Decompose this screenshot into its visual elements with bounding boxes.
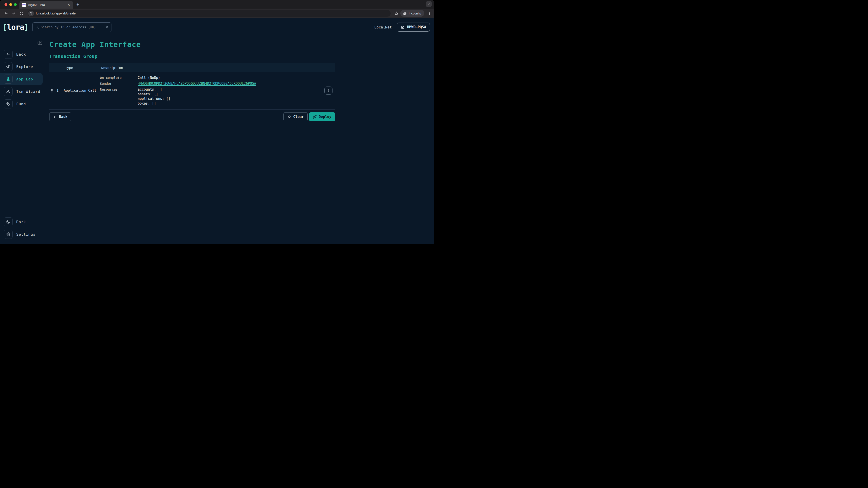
eraser-icon xyxy=(287,115,291,119)
drag-handle[interactable] xyxy=(51,89,53,93)
search-box[interactable] xyxy=(32,22,112,32)
app-header: [lora] LocalNet HMWD…PQSA xyxy=(0,18,434,36)
fullscreen-window-button[interactable] xyxy=(14,3,17,6)
sidebar-item-txn-wizard[interactable]: Txn Wizard xyxy=(0,87,45,96)
sidebar-item-back[interactable]: Back xyxy=(0,50,45,59)
browser-window: [ak] AlgoKit - lora ✕ + lora.algokit.io/… xyxy=(0,0,434,244)
sidebar: Back Explore App Lab Txn Wizard xyxy=(0,36,45,244)
tab-strip: [ak] AlgoKit - lora ✕ + xyxy=(0,0,434,8)
browser-tab[interactable]: [ak] AlgoKit - lora ✕ xyxy=(20,1,73,8)
transaction-group-table: Type Description 1 Application Call On xyxy=(49,63,335,109)
tab-close-icon[interactable]: ✕ xyxy=(66,2,71,7)
back-button[interactable]: Back xyxy=(49,112,71,121)
row-menu-button[interactable] xyxy=(324,87,333,95)
field-value-resources: accounts: [] assets: [] applications: []… xyxy=(138,87,322,106)
sidebar-item-app-lab[interactable]: App Lab xyxy=(0,73,43,85)
lora-logo[interactable]: [lora] xyxy=(3,23,28,32)
flask-icon xyxy=(6,77,10,81)
incognito-label: Incognito xyxy=(409,12,421,15)
arrow-left-icon xyxy=(53,115,57,119)
app-body: Back Explore App Lab Txn Wizard xyxy=(0,36,434,244)
bookmark-button[interactable] xyxy=(394,11,399,15)
incognito-icon xyxy=(403,11,407,15)
kebab-menu-icon xyxy=(327,89,330,92)
browser-menu-button[interactable] xyxy=(428,11,431,15)
clear-button[interactable]: Clear xyxy=(283,112,308,121)
gear-icon xyxy=(6,232,10,236)
browser-toolbar: lora.algokit.io/app-lab/create Incognito xyxy=(0,8,434,18)
deploy-button[interactable]: Deploy xyxy=(309,112,335,121)
field-label: Sender xyxy=(100,81,138,86)
sidebar-item-theme-dark[interactable]: Dark xyxy=(0,217,45,227)
star-icon xyxy=(394,11,399,15)
row-index: 1 xyxy=(55,89,64,93)
field-value-on-complete: Call (NoOp) xyxy=(138,75,322,80)
tab-favicon: [ak] xyxy=(22,3,26,7)
column-header-type: Type xyxy=(64,66,100,70)
sidebar-item-label: Txn Wizard xyxy=(16,90,40,94)
sidebar-item-explore[interactable]: Explore xyxy=(0,62,45,71)
wallet-button[interactable]: HMWD…PQSA xyxy=(397,23,430,32)
lora-app: [lora] LocalNet HMWD…PQSA xyxy=(0,18,434,244)
field-label: Resources xyxy=(100,87,138,92)
sidebar-item-label: App Lab xyxy=(16,77,33,81)
sidebar-item-label: Dark xyxy=(16,220,26,224)
browser-forward-button[interactable] xyxy=(10,10,17,17)
sidebar-item-settings[interactable]: Settings xyxy=(0,230,45,239)
sidebar-item-fund[interactable]: Fund xyxy=(0,99,45,109)
collapse-panel-icon xyxy=(37,40,43,46)
browser-reload-button[interactable] xyxy=(18,10,25,17)
wallet-icon xyxy=(401,25,405,29)
url-bar[interactable]: lora.algokit.io/app-lab/create xyxy=(28,10,391,17)
wizard-hat-icon xyxy=(6,89,10,94)
tab-search-chevron-button[interactable] xyxy=(426,1,432,7)
row-type: Application Call xyxy=(64,89,100,93)
moon-icon xyxy=(6,220,10,224)
incognito-badge: Incognito xyxy=(400,10,424,17)
search-icon xyxy=(35,25,39,29)
kebab-menu-icon xyxy=(428,11,431,15)
sidebar-nav: Back Explore App Lab Txn Wizard xyxy=(0,50,45,111)
reload-icon xyxy=(20,11,24,15)
table-header-row: Type Description xyxy=(49,63,335,72)
tab-title: AlgoKit - lora xyxy=(28,3,66,6)
arrow-left-icon xyxy=(6,52,10,57)
sender-address-link[interactable]: HMWDSHQCOPD2T36WBAHLAZ6PO5GDJJZBN4D2TODK… xyxy=(138,82,256,86)
chevron-down-icon xyxy=(427,2,430,6)
site-settings-button[interactable] xyxy=(28,11,34,16)
page-title: Create App Interface xyxy=(49,40,335,49)
collapse-sidebar-button[interactable] xyxy=(37,40,43,46)
sidebar-item-label: Explore xyxy=(16,65,33,69)
sidebar-item-label: Settings xyxy=(16,232,35,236)
traffic-lights xyxy=(4,3,17,6)
clear-search-icon[interactable] xyxy=(105,26,108,29)
arrow-right-icon xyxy=(12,11,16,15)
sidebar-footer: Dark Settings xyxy=(0,217,45,239)
new-tab-button[interactable]: + xyxy=(76,2,79,7)
wallet-address: HMWD…PQSA xyxy=(407,25,426,29)
grip-dots-icon xyxy=(51,89,53,93)
url-text: lora.algokit.io/app-lab/create xyxy=(36,11,76,15)
sidebar-item-label: Back xyxy=(16,52,26,57)
rocket-icon xyxy=(313,115,317,119)
main-content: Create App Interface Transaction Group T… xyxy=(45,36,434,244)
browser-back-button[interactable] xyxy=(3,10,9,17)
field-label: On complete xyxy=(100,75,138,80)
header-right: LocalNet HMWD…PQSA xyxy=(374,23,430,32)
close-window-button[interactable] xyxy=(4,3,7,6)
minimize-window-button[interactable] xyxy=(9,3,12,6)
table-row: 1 Application Call On complete Call (NoO… xyxy=(49,72,335,109)
column-header-description: Description xyxy=(100,66,138,70)
search-input[interactable] xyxy=(41,25,103,29)
arrow-left-icon xyxy=(4,11,8,15)
section-title: Transaction Group xyxy=(49,54,335,59)
tune-icon xyxy=(30,12,33,15)
coins-icon xyxy=(6,102,10,106)
network-label[interactable]: LocalNet xyxy=(374,25,392,29)
sidebar-item-label: Fund xyxy=(16,102,26,106)
form-actions: Back Clear Deploy xyxy=(49,112,335,121)
telescope-icon xyxy=(6,64,10,69)
row-description: On complete Call (NoOp) Sender HMWDSHQCO… xyxy=(100,75,322,106)
